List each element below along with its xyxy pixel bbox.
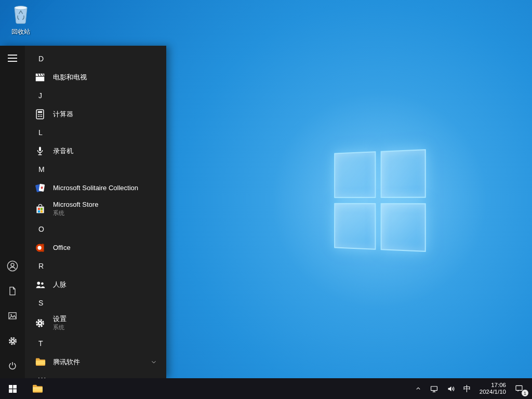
- start-app-label: 设置: [53, 315, 66, 324]
- start-app-label: 腾讯软件: [53, 357, 80, 367]
- people-icon: [33, 278, 47, 291]
- start-section-letter-d[interactable]: D: [25, 50, 166, 68]
- start-menu: D 电影和电视 J: [0, 46, 166, 378]
- start-section-letter-l[interactable]: L: [25, 124, 166, 141]
- action-center-button[interactable]: 1: [511, 378, 530, 399]
- office-icon: [33, 241, 47, 255]
- start-folder-tencent[interactable]: 腾讯软件: [25, 352, 166, 371]
- start-section-letter-t[interactable]: T: [25, 335, 166, 352]
- start-app-calculator[interactable]: 计算器: [25, 104, 166, 124]
- hamburger-menu-icon[interactable]: [0, 46, 25, 71]
- clock-date: 2024/1/10: [480, 389, 506, 395]
- start-app-label: 电影和电视: [53, 73, 87, 82]
- start-app-office[interactable]: Office: [25, 238, 166, 257]
- start-app-sublabel: 系统: [53, 209, 98, 217]
- start-app-solitaire[interactable]: Microsoft Solitaire Collection: [25, 178, 166, 197]
- microphone-icon: [33, 144, 47, 158]
- settings-gear-icon[interactable]: [0, 328, 25, 353]
- clock-time: 17:06: [491, 382, 506, 389]
- taskbar: 中 17:06 2024/1/10 1: [0, 378, 532, 399]
- microsoft-store-icon: [33, 202, 47, 216]
- recycle-bin-icon: [11, 3, 30, 27]
- folder-icon: [33, 355, 47, 369]
- start-app-label: 录音机: [53, 147, 73, 156]
- calculator-icon: [33, 108, 47, 121]
- start-app-sublabel: 系统: [53, 324, 66, 331]
- start-app-label: Microsoft Solitaire Collection: [53, 184, 138, 192]
- file-explorer-folder-icon: [31, 382, 44, 395]
- start-section-letter-s[interactable]: S: [25, 294, 166, 312]
- start-app-microsoft-store[interactable]: Microsoft Store 系统: [25, 197, 166, 220]
- start-button[interactable]: [0, 378, 25, 399]
- start-app-label: 计算器: [53, 110, 73, 119]
- windows-start-icon: [8, 384, 17, 393]
- ime-language-indicator[interactable]: 中: [460, 378, 475, 399]
- notification-badge: 1: [522, 390, 528, 396]
- volume-icon[interactable]: [443, 378, 460, 399]
- start-menu-rail: [0, 46, 25, 378]
- movies-tv-icon: [33, 71, 47, 84]
- start-app-voice-recorder[interactable]: 录音机: [25, 141, 166, 161]
- start-app-text: 设置 系统: [53, 315, 66, 331]
- start-app-label: Office: [53, 244, 71, 251]
- file-explorer-button[interactable]: [25, 378, 50, 399]
- recycle-bin-desktop-icon[interactable]: 回收站: [4, 3, 37, 36]
- start-section-letter-w[interactable]: W: [25, 371, 166, 378]
- system-tray: 中 17:06 2024/1/10 1: [411, 378, 532, 399]
- taskbar-clock[interactable]: 17:06 2024/1/10: [475, 378, 511, 399]
- recycle-bin-label: 回收站: [11, 28, 30, 36]
- start-section-letter-r[interactable]: R: [25, 257, 166, 275]
- start-app-label: 人脉: [53, 280, 66, 289]
- settings-gear-icon: [33, 316, 47, 330]
- start-rail-bottom: [0, 254, 25, 378]
- user-account-icon[interactable]: [0, 254, 25, 278]
- start-section-letter-j[interactable]: J: [25, 87, 166, 104]
- start-app-label: Microsoft Store: [53, 201, 98, 209]
- start-app-movies-tv[interactable]: 电影和电视: [25, 68, 166, 87]
- chevron-down-icon[interactable]: [151, 359, 157, 365]
- pictures-icon[interactable]: [0, 303, 25, 328]
- tray-chevron-up-icon[interactable]: [411, 378, 425, 399]
- start-app-list: D 电影和电视 J: [25, 46, 166, 378]
- start-section-letter-m[interactable]: M: [25, 161, 166, 178]
- start-app-people[interactable]: 人脉: [25, 275, 166, 294]
- start-app-text: Microsoft Store 系统: [53, 201, 98, 217]
- network-icon[interactable]: [425, 378, 443, 399]
- solitaire-cards-icon: [33, 181, 47, 195]
- start-app-settings[interactable]: 设置 系统: [25, 312, 166, 335]
- start-section-letter-o[interactable]: O: [25, 220, 166, 238]
- power-icon[interactable]: [0, 353, 25, 378]
- documents-icon[interactable]: [0, 278, 25, 303]
